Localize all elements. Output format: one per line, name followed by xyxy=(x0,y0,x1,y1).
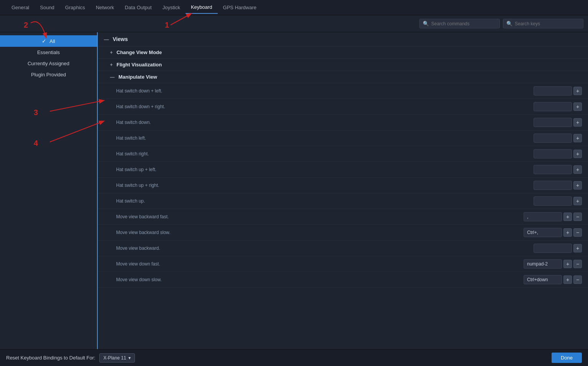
command-label: Hat switch down. xyxy=(116,120,534,125)
command-label: Hat switch up + right. xyxy=(116,183,534,188)
key-binding-area: , + − xyxy=(524,212,582,221)
key-value: numpad-2 xyxy=(527,261,548,267)
key-binding-area: Ctrl+, + − xyxy=(524,228,582,237)
add-key-button[interactable]: + xyxy=(573,118,582,127)
add-key-button[interactable]: + xyxy=(573,181,582,190)
key-binding-area: + xyxy=(534,149,582,158)
key-value: Ctrl+, xyxy=(527,230,538,235)
key-box[interactable] xyxy=(534,86,572,96)
key-box[interactable] xyxy=(534,149,572,158)
command-label: Move view backward slow. xyxy=(116,230,524,235)
change-view-mode-label: Change View Mode xyxy=(117,49,162,55)
key-box[interactable] xyxy=(534,181,572,190)
add-key-button[interactable]: + xyxy=(563,260,572,268)
command-move-view-backward-fast: Move view backward fast. , + − xyxy=(98,209,588,225)
sidebar-all-label: All xyxy=(49,38,55,44)
command-label: Hat switch right. xyxy=(116,151,534,157)
add-key-button[interactable]: + xyxy=(573,150,582,158)
remove-key-button[interactable]: − xyxy=(573,260,582,268)
key-box[interactable] xyxy=(534,165,572,174)
command-move-view-down-fast: Move view down fast. numpad-2 + − xyxy=(98,256,588,272)
subsection-flight-visualization[interactable]: + Flight Visualization xyxy=(98,59,588,71)
key-box[interactable]: , xyxy=(524,212,562,221)
search-keys-input[interactable] xyxy=(515,21,580,26)
add-key-button[interactable]: + xyxy=(573,134,582,142)
key-binding-area: numpad-2 + − xyxy=(524,259,582,269)
add-key-button[interactable]: + xyxy=(563,213,572,221)
command-hat-switch-down-right: Hat switch down + right. + xyxy=(98,99,588,115)
command-hat-switch-down: Hat switch down. + xyxy=(98,115,588,130)
sidebar-item-currently-assigned[interactable]: Currently Assigned xyxy=(0,58,97,69)
tab-keyboard[interactable]: Keyboard xyxy=(186,1,218,14)
add-key-button[interactable]: + xyxy=(563,275,572,284)
key-box[interactable] xyxy=(534,118,572,127)
footer-left: Reset Keyboard Bindings to Default For: … xyxy=(6,353,135,363)
sidebar: ✓ All Essentials Currently Assigned Plug… xyxy=(0,32,98,349)
tab-sound[interactable]: Sound xyxy=(34,2,60,13)
version-dropdown[interactable]: X-Plane 11 ▾ xyxy=(99,353,135,363)
key-binding-area: + xyxy=(534,102,582,111)
key-binding-area: Ctrl+down + − xyxy=(524,275,582,284)
key-value: , xyxy=(527,214,528,219)
command-label: Move view backward. xyxy=(116,246,534,251)
search-commands-input[interactable] xyxy=(431,21,496,26)
key-value: Ctrl+down xyxy=(527,277,548,282)
command-label: Hat switch down + right. xyxy=(116,104,534,109)
key-binding-area: + xyxy=(534,244,582,253)
sidebar-plugin-provided-label: Plugin Provided xyxy=(31,72,66,77)
remove-key-button[interactable]: − xyxy=(573,275,582,284)
key-box[interactable] xyxy=(534,244,572,253)
tab-gps-hardware[interactable]: GPS Hardware xyxy=(218,2,262,13)
tab-general[interactable]: General xyxy=(6,2,34,13)
search-keys-box[interactable]: 🔍 xyxy=(503,19,583,28)
key-box[interactable]: Ctrl+down xyxy=(524,275,562,284)
key-box[interactable]: Ctrl+, xyxy=(524,228,562,237)
sidebar-item-all[interactable]: ✓ All xyxy=(0,35,97,47)
command-label: Hat switch up + left. xyxy=(116,167,534,172)
tab-network[interactable]: Network xyxy=(90,2,120,13)
check-icon: ✓ xyxy=(42,38,46,44)
command-hat-switch-up: Hat switch up. + xyxy=(98,193,588,209)
search-commands-box[interactable]: 🔍 xyxy=(419,19,500,28)
tab-joystick[interactable]: Joystick xyxy=(157,2,186,13)
remove-key-button[interactable]: − xyxy=(573,228,582,237)
command-hat-switch-up-left: Hat switch up + left. + xyxy=(98,162,588,178)
sidebar-item-plugin-provided[interactable]: Plugin Provided xyxy=(0,69,97,80)
add-key-button[interactable]: + xyxy=(573,102,582,111)
command-hat-switch-right: Hat switch right. + xyxy=(98,146,588,162)
views-toggle-icon: — xyxy=(104,36,109,42)
key-box[interactable] xyxy=(534,196,572,206)
command-label: Move view down slow. xyxy=(116,277,524,282)
change-view-mode-toggle-icon: + xyxy=(110,50,113,55)
sidebar-item-essentials[interactable]: Essentials xyxy=(0,47,97,58)
footer: Reset Keyboard Bindings to Default For: … xyxy=(0,349,588,366)
content-area: — Views + Change View Mode + Flight Visu… xyxy=(98,32,588,349)
add-key-button[interactable]: + xyxy=(573,87,582,95)
search-keys-icon: 🔍 xyxy=(506,21,512,26)
done-button[interactable]: Done xyxy=(552,353,582,363)
tab-graphics[interactable]: Graphics xyxy=(60,2,90,13)
command-move-view-backward: Move view backward. + xyxy=(98,241,588,256)
key-binding-area: + xyxy=(534,165,582,174)
key-box[interactable] xyxy=(534,134,572,143)
section-views[interactable]: — Views xyxy=(98,32,588,46)
subsection-change-view-mode[interactable]: + Change View Mode xyxy=(98,46,588,59)
key-box[interactable]: numpad-2 xyxy=(524,259,562,269)
version-label: X-Plane 11 xyxy=(103,355,126,361)
manipulate-view-toggle-icon: — xyxy=(110,74,115,80)
main-layout: ✓ All Essentials Currently Assigned Plug… xyxy=(0,32,588,349)
add-key-button[interactable]: + xyxy=(573,165,582,174)
top-navigation: General Sound Graphics Network Data Outp… xyxy=(0,0,588,15)
command-label: Hat switch left. xyxy=(116,135,534,141)
tab-data-output[interactable]: Data Output xyxy=(120,2,157,13)
subsection-manipulate-view[interactable]: — Manipulate View xyxy=(98,71,588,83)
remove-key-button[interactable]: − xyxy=(573,213,582,221)
add-key-button[interactable]: + xyxy=(563,228,572,237)
key-binding-area: + xyxy=(534,181,582,190)
add-key-button[interactable]: + xyxy=(573,197,582,205)
reset-label: Reset Keyboard Bindings to Default For: xyxy=(6,355,95,361)
add-key-button[interactable]: + xyxy=(573,244,582,252)
flight-vis-toggle-icon: + xyxy=(110,62,113,68)
flight-vis-label: Flight Visualization xyxy=(117,62,162,68)
key-box[interactable] xyxy=(534,102,572,111)
